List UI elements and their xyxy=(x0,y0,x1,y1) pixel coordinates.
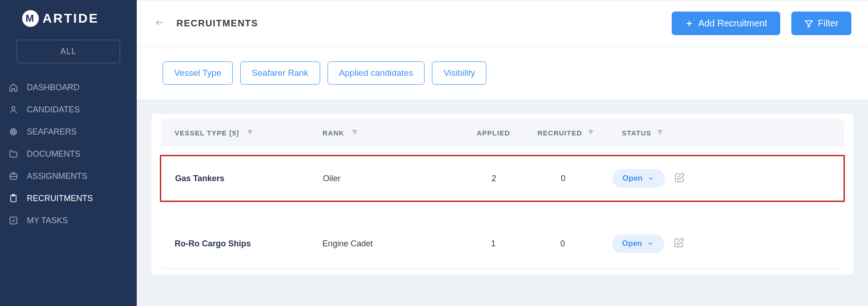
sidebar-item-label: SEAFARERS xyxy=(27,127,77,137)
table-row[interactable]: Gas Tankers Oiler 2 0 Open xyxy=(160,155,845,202)
user-icon xyxy=(8,104,18,115)
col-status-label: STATUS xyxy=(622,129,651,137)
status-dropdown[interactable]: Open xyxy=(613,169,665,188)
sort-icon[interactable] xyxy=(587,129,595,137)
cell-recruited: 0 xyxy=(530,239,595,249)
sidebar-item-label: MY TASKS xyxy=(27,216,68,226)
chip-seafarer-rank[interactable]: Seafarer Rank xyxy=(240,61,320,85)
sort-icon[interactable] xyxy=(351,129,359,137)
brand-name: ARTIDE xyxy=(42,11,99,26)
svg-rect-6 xyxy=(10,217,17,224)
plus-icon xyxy=(685,19,694,28)
col-vessel-type-label: VESSEL TYPE [5] xyxy=(175,129,239,137)
status-label: Open xyxy=(622,239,642,248)
edit-icon xyxy=(674,237,685,248)
filter-button[interactable]: Filter xyxy=(791,12,851,35)
sidebar-item-documents[interactable]: DOCUMENTS xyxy=(0,143,137,165)
filter-label: Filter xyxy=(818,18,838,29)
col-recruited-label: RECRUITED xyxy=(537,129,582,137)
home-icon xyxy=(8,82,18,92)
add-recruitment-label: Add Recruitment xyxy=(698,18,767,29)
status-dropdown[interactable]: Open xyxy=(612,234,664,253)
sidebar-item-label: CANDIDATES xyxy=(27,105,80,115)
sidebar-item-assignments[interactable]: ASSIGNMENTS xyxy=(0,165,137,187)
chevron-down-icon xyxy=(647,175,655,182)
sidebar-item-label: DASHBOARD xyxy=(27,83,79,92)
folder-icon xyxy=(8,149,18,159)
cell-recruited: 0 xyxy=(531,174,595,184)
sidebar-scope-select[interactable]: ALL xyxy=(17,40,120,63)
cell-applied: 2 xyxy=(457,174,531,184)
filter-chips: Vessel Type Seafarer Rank Applied candid… xyxy=(137,47,868,100)
sidebar-item-label: ASSIGNMENTS xyxy=(27,171,87,181)
cell-rank: Oiler xyxy=(323,174,457,184)
sidebar-item-label: DOCUMENTS xyxy=(27,149,80,159)
cell-vessel-type: Ro-Ro Cargo Ships xyxy=(175,239,322,249)
status-label: Open xyxy=(623,174,643,183)
clipboard-icon xyxy=(8,193,18,203)
col-applied-label: APPLIED xyxy=(477,129,510,137)
sort-icon[interactable] xyxy=(246,129,254,137)
recruitments-panel: VESSEL TYPE [5] RANK APPLI xyxy=(152,114,853,275)
back-icon[interactable] xyxy=(153,18,165,30)
page-title: RECRUITMENTS xyxy=(176,18,661,29)
table-header: VESSEL TYPE [5] RANK APPLI xyxy=(161,119,844,147)
brand-mark-icon: M xyxy=(22,10,39,27)
sidebar-item-my-tasks[interactable]: MY TASKS xyxy=(0,209,137,232)
filter-icon xyxy=(804,19,813,28)
svg-point-0 xyxy=(12,106,15,110)
add-recruitment-button[interactable]: Add Recruitment xyxy=(672,12,780,35)
page-header: RECRUITMENTS Add Recruitment Filter xyxy=(137,0,868,47)
body-area: VESSEL TYPE [5] RANK APPLI xyxy=(137,100,868,306)
cell-applied: 1 xyxy=(456,239,530,249)
edit-button[interactable] xyxy=(674,176,685,185)
check-icon xyxy=(8,215,18,226)
sidebar-item-dashboard[interactable]: DASHBOARD xyxy=(0,76,137,98)
chevron-down-icon xyxy=(647,240,654,247)
main-content: RECRUITMENTS Add Recruitment Filter Vess… xyxy=(137,0,868,306)
chip-applied-candidates[interactable]: Applied candidates xyxy=(328,61,425,85)
edit-icon xyxy=(674,172,685,183)
col-rank-label: RANK xyxy=(322,129,344,137)
wheel-icon xyxy=(8,127,18,137)
sidebar-item-label: RECRUITMENTS xyxy=(27,194,93,203)
briefcase-icon xyxy=(8,171,18,181)
cell-rank: Engine Cadet xyxy=(322,239,456,249)
sidebar-item-recruitments[interactable]: RECRUITMENTS xyxy=(0,187,137,209)
brand-logo[interactable]: M ARTIDE xyxy=(0,10,137,36)
sidebar-item-seafarers[interactable]: SEAFARERS xyxy=(0,121,137,143)
table-row[interactable]: Ro-Ro Cargo Ships Engine Cadet 1 0 Open xyxy=(161,221,844,269)
sidebar: M ARTIDE ALL DASHBOARD CANDIDATES SEAFAR… xyxy=(0,0,137,306)
cell-vessel-type: Gas Tankers xyxy=(175,174,323,184)
chip-visibility[interactable]: Visibility xyxy=(432,61,486,85)
sidebar-item-candidates[interactable]: CANDIDATES xyxy=(0,98,137,121)
sort-icon[interactable] xyxy=(656,129,664,137)
chip-vessel-type[interactable]: Vessel Type xyxy=(163,61,233,85)
svg-point-2 xyxy=(12,131,15,133)
edit-button[interactable] xyxy=(674,241,685,250)
recruitments-table: VESSEL TYPE [5] RANK APPLI xyxy=(157,119,848,269)
